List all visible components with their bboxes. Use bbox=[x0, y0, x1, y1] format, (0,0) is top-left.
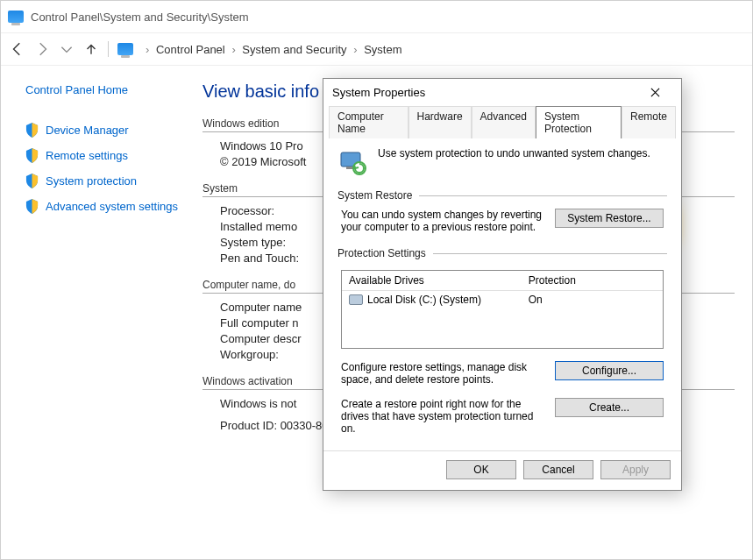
system-restore-button[interactable]: System Restore... bbox=[555, 209, 664, 228]
drive-row[interactable]: Local Disk (C:) (System) On bbox=[342, 291, 663, 308]
restore-desc: You can undo system changes by reverting… bbox=[341, 209, 546, 233]
breadcrumb[interactable]: › Control Panel › System and Security › … bbox=[142, 43, 402, 56]
configure-button[interactable]: Configure... bbox=[555, 361, 664, 380]
crumb-sys[interactable]: System bbox=[364, 43, 401, 56]
tab-body: Use system protection to undo unwanted s… bbox=[329, 138, 676, 450]
system-icon-small bbox=[117, 43, 133, 55]
col-available-drives: Available Drives bbox=[342, 271, 522, 291]
up-button[interactable] bbox=[83, 41, 99, 57]
fieldset-label: System Restore bbox=[337, 189, 412, 202]
create-button[interactable]: Create... bbox=[555, 398, 664, 417]
toolbar: › Control Panel › System and Security › … bbox=[1, 32, 752, 66]
recent-dropdown[interactable] bbox=[59, 41, 75, 57]
forward-button[interactable] bbox=[34, 41, 50, 57]
nav-advanced-settings[interactable]: Advanced system settings bbox=[25, 199, 183, 214]
nav-label: Device Manager bbox=[46, 124, 129, 137]
ok-button[interactable]: OK bbox=[446, 460, 516, 479]
fieldset-protection-settings: Protection Settings Available Drives Pro… bbox=[337, 247, 667, 436]
tab-computer-name[interactable]: Computer Name bbox=[329, 106, 408, 138]
system-properties-dialog: System Properties Computer Name Hardware… bbox=[323, 78, 682, 491]
shield-icon bbox=[25, 123, 39, 138]
separator bbox=[108, 41, 109, 57]
control-panel-home-link[interactable]: Control Panel Home bbox=[25, 83, 183, 96]
nav-label: Remote settings bbox=[46, 149, 128, 162]
tab-system-protection[interactable]: System Protection bbox=[536, 106, 622, 138]
back-button[interactable] bbox=[10, 41, 25, 57]
tab-advanced[interactable]: Advanced bbox=[472, 106, 536, 138]
dialog-tabs: Computer Name Hardware Advanced System P… bbox=[323, 105, 681, 138]
control-panel-window: Control Panel\System and Security\System… bbox=[0, 0, 753, 560]
crumb-ss[interactable]: System and Security bbox=[242, 43, 346, 56]
intro-text: Use system protection to undo unwanted s… bbox=[378, 147, 650, 159]
cancel-button[interactable]: Cancel bbox=[523, 460, 593, 479]
nav-label: Advanced system settings bbox=[46, 200, 178, 213]
fieldset-label: Protection Settings bbox=[337, 247, 426, 259]
fieldset-system-restore: System Restore You can undo system chang… bbox=[337, 189, 667, 235]
title-text: Control Panel\System and Security\System bbox=[31, 11, 249, 24]
create-desc: Create a restore point right now for the… bbox=[341, 398, 546, 435]
tab-hardware[interactable]: Hardware bbox=[408, 106, 472, 138]
dialog-title-bar[interactable]: System Properties bbox=[323, 79, 681, 105]
col-protection: Protection bbox=[522, 271, 663, 291]
nav-system-protection[interactable]: System protection bbox=[25, 174, 183, 188]
disk-icon bbox=[349, 294, 363, 305]
shield-icon bbox=[25, 148, 39, 163]
shield-icon bbox=[25, 174, 39, 188]
left-nav: Control Panel Home Device Manager Remote… bbox=[1, 66, 194, 443]
configure-desc: Configure restore settings, manage disk … bbox=[341, 361, 546, 386]
close-button[interactable] bbox=[637, 79, 672, 105]
drive-name: Local Disk (C:) (System) bbox=[367, 294, 481, 306]
drive-protection: On bbox=[522, 291, 663, 308]
dialog-title: System Properties bbox=[332, 86, 425, 99]
system-icon bbox=[8, 11, 24, 23]
nav-remote-settings[interactable]: Remote settings bbox=[25, 148, 183, 163]
tab-remote[interactable]: Remote bbox=[622, 106, 676, 138]
dialog-button-row: OK Cancel Apply bbox=[323, 450, 681, 490]
system-protection-icon bbox=[337, 147, 367, 177]
crumb-cp[interactable]: Control Panel bbox=[156, 43, 225, 56]
nav-device-manager[interactable]: Device Manager bbox=[25, 123, 183, 138]
shield-icon bbox=[25, 199, 39, 214]
nav-label: System protection bbox=[46, 174, 137, 188]
title-bar: Control Panel\System and Security\System bbox=[1, 1, 752, 32]
drives-table[interactable]: Available Drives Protection Local Disk (… bbox=[341, 270, 664, 349]
apply-button[interactable]: Apply bbox=[600, 460, 671, 479]
